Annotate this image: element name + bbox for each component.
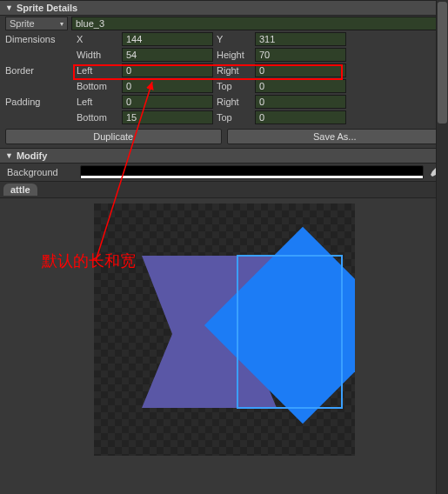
chevron-down-icon: ▾ bbox=[60, 20, 64, 28]
y-input[interactable] bbox=[255, 32, 346, 46]
width-label: Width bbox=[77, 50, 118, 60]
tab-strip: attle bbox=[0, 181, 448, 198]
height-label: Height bbox=[217, 50, 251, 60]
vertical-scrollbar[interactable] bbox=[436, 0, 448, 494]
border-left-label: Left bbox=[77, 65, 118, 76]
border-row-1: Border Left Right bbox=[0, 63, 448, 78]
border-label: Border bbox=[5, 65, 73, 76]
padding-left-label: Left bbox=[77, 97, 118, 107]
section-title: Sprite Details bbox=[17, 3, 77, 13]
x-input[interactable] bbox=[122, 32, 213, 46]
padding-row-1: Padding Left Right bbox=[0, 94, 448, 110]
preview-area bbox=[0, 198, 448, 459]
border-bottom-label: Bottom bbox=[77, 81, 118, 91]
modify-header[interactable]: ▼ Modify bbox=[0, 148, 448, 164]
modify-title: Modify bbox=[17, 150, 47, 161]
scrollbar-thumb[interactable] bbox=[438, 2, 447, 124]
border-right-label: Right bbox=[217, 65, 251, 76]
border-top-input[interactable] bbox=[255, 79, 346, 93]
background-color-swatch[interactable] bbox=[80, 165, 424, 179]
background-row: Background bbox=[0, 164, 448, 181]
padding-right-label: Right bbox=[217, 97, 251, 107]
collapse-triangle-icon: ▼ bbox=[5, 151, 13, 160]
background-label: Background bbox=[7, 167, 75, 177]
border-top-label: Top bbox=[217, 81, 251, 91]
sprite-name-input[interactable] bbox=[71, 17, 443, 30]
collapse-triangle-icon: ▼ bbox=[5, 3, 13, 12]
sprite-shape bbox=[94, 204, 355, 456]
padding-top-label: Top bbox=[217, 112, 251, 123]
padding-label: Padding bbox=[5, 97, 73, 107]
padding-bottom-input[interactable] bbox=[122, 110, 213, 124]
duplicate-button[interactable]: Duplicate bbox=[5, 129, 222, 144]
dimensions-row-xy: Dimensions X Y bbox=[0, 31, 448, 47]
sprite-type-dropdown[interactable]: Sprite ▾ bbox=[5, 17, 68, 30]
dimensions-label: Dimensions bbox=[5, 34, 73, 44]
sprite-details-panel: ▼ Sprite Details Sprite ▾ Dimensions X Y… bbox=[0, 0, 448, 459]
border-left-input[interactable] bbox=[122, 63, 213, 77]
tab-attle[interactable]: attle bbox=[3, 184, 37, 196]
padding-left-input[interactable] bbox=[122, 95, 213, 109]
padding-row-2: Bottom Top bbox=[0, 110, 448, 125]
save-as-button[interactable]: Save As... bbox=[227, 129, 444, 144]
border-row-2: Bottom Top bbox=[0, 78, 448, 94]
sprite-details-header[interactable]: ▼ Sprite Details bbox=[0, 0, 448, 16]
sprite-type-value: Sprite bbox=[10, 18, 35, 29]
alpha-bar bbox=[81, 176, 423, 178]
padding-bottom-label: Bottom bbox=[77, 112, 118, 123]
padding-right-input[interactable] bbox=[255, 95, 346, 109]
border-right-input[interactable] bbox=[255, 63, 346, 77]
x-label: X bbox=[77, 34, 118, 44]
padding-top-input[interactable] bbox=[255, 110, 346, 124]
button-row: Duplicate Save As... bbox=[0, 125, 448, 148]
y-label: Y bbox=[217, 34, 251, 44]
border-bottom-input[interactable] bbox=[122, 79, 213, 93]
sprite-row: Sprite ▾ bbox=[0, 16, 448, 31]
root: ▼ Sprite Details Sprite ▾ Dimensions X Y… bbox=[0, 0, 448, 494]
sprite-preview[interactable] bbox=[94, 204, 355, 456]
dimensions-row-wh: Width Height bbox=[0, 47, 448, 63]
height-input[interactable] bbox=[255, 48, 346, 62]
width-input[interactable] bbox=[122, 48, 213, 62]
